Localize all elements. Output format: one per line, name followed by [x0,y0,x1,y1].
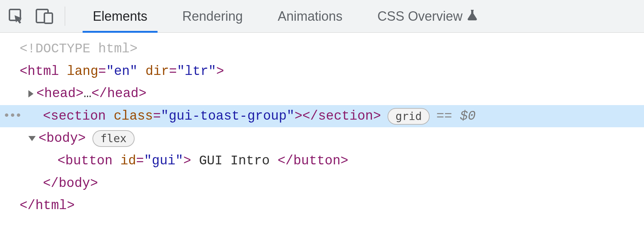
attr-value: gui [152,151,175,172]
tag-name: html [28,61,59,82]
tab-label: CSS Overview [377,9,462,24]
attr-name: lang [67,61,98,82]
elements-dom-tree[interactable]: <!DOCTYPE html> <html lang="en" dir="ltr… [0,33,644,228]
tab-label: Elements [93,9,147,24]
console-ref-prefix: == [436,106,452,127]
body-open-line[interactable]: <body> flex [0,127,644,150]
tab-rendering[interactable]: Rendering [165,0,260,32]
attr-value: ltr [185,61,208,82]
button-line[interactable]: <button id="gui"> GUI Intro </button> [0,150,644,172]
collapse-arrow-icon[interactable] [28,136,36,141]
console-reference: $0 [460,106,476,127]
tab-css-overview[interactable]: CSS Overview [360,0,496,32]
more-actions-icon[interactable]: ••• [3,106,21,126]
inspect-element-icon[interactable] [7,7,25,25]
tag-name: button [65,151,113,172]
svg-rect-2 [44,13,52,23]
doctype-text: <!DOCTYPE html> [20,39,138,60]
tab-label: Rendering [182,9,243,24]
tag-name: section [51,106,106,127]
experiment-flask-icon [466,8,478,24]
html-open-line[interactable]: <html lang="en" dir="ltr"> [0,60,644,83]
tag-name: body [59,173,90,194]
tag-name: body [47,128,78,149]
element-text: GUI Intro [191,151,278,172]
head-line[interactable]: <head>…</head> [0,83,644,105]
toolbar-icon-group [7,7,65,26]
section-selected-line[interactable]: ••• <section class="gui-toast-group"></s… [0,105,644,128]
attr-value: en [114,61,130,82]
device-toggle-icon[interactable] [35,7,55,25]
tag-name: html [35,195,67,216]
tag-name: head [44,83,76,104]
tab-elements[interactable]: Elements [75,0,165,32]
layout-badge[interactable]: grid [387,108,430,125]
html-close-line[interactable]: </html> [0,195,644,217]
attr-value: gui-toast-group [169,106,287,127]
tab-strip: Elements Rendering Animations CSS Overvi… [75,0,496,32]
doctype-line[interactable]: <!DOCTYPE html> [0,38,644,60]
attr-name: dir [146,61,169,82]
layout-badge[interactable]: flex [92,130,135,147]
expand-arrow-icon[interactable] [28,90,33,97]
tab-animations[interactable]: Animations [260,0,360,32]
tab-label: Animations [278,9,342,24]
collapsed-content: … [84,83,92,104]
body-close-line[interactable]: </body> [0,172,644,195]
devtools-toolbar: Elements Rendering Animations CSS Overvi… [0,0,644,33]
attr-name: class [114,106,153,127]
attr-name: id [120,151,136,172]
